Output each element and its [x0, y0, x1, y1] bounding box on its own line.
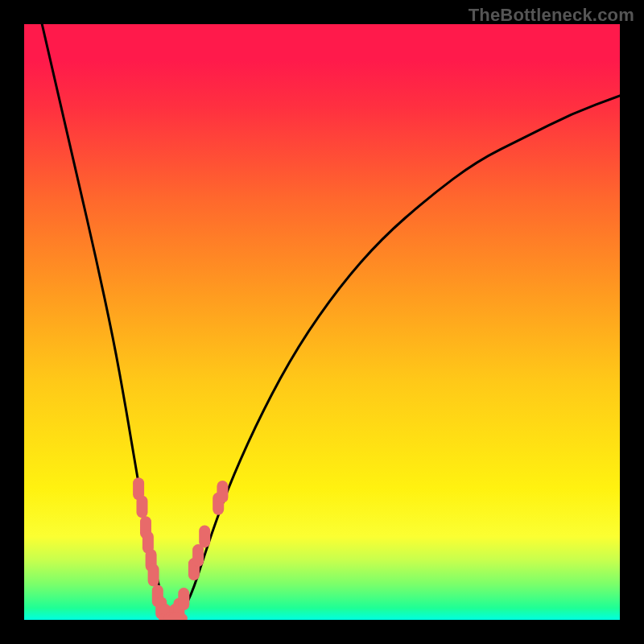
watermark-text: TheBottleneck.com: [469, 5, 634, 26]
plot-area: [24, 24, 620, 620]
chart-frame: TheBottleneck.com: [0, 0, 644, 644]
markers-right-branch: [169, 481, 228, 620]
curve-layer: [24, 24, 620, 620]
markers-left-branch: [133, 477, 171, 620]
markers-trough: [159, 613, 188, 620]
data-marker: [178, 588, 189, 610]
data-marker: [137, 495, 148, 518]
bottleneck-curve: [42, 24, 620, 618]
data-marker: [217, 481, 228, 503]
data-marker: [199, 525, 210, 547]
data-marker: [192, 544, 204, 567]
data-marker: [148, 564, 159, 587]
